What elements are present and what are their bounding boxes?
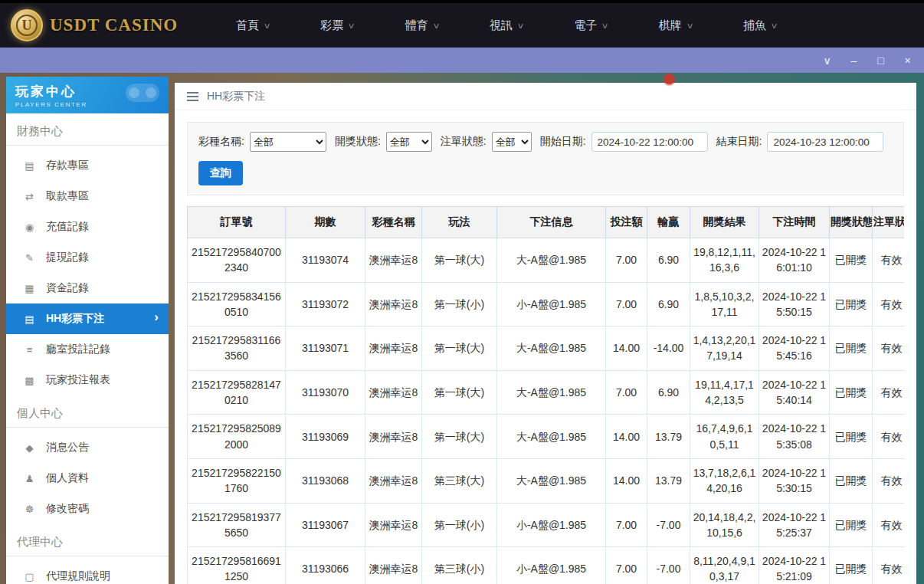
cell-bet-info: 大-A盤@1.985: [497, 415, 606, 459]
cell-lottery-name: 澳洲幸运8: [365, 415, 422, 459]
cell-win-loss: 6.90: [647, 238, 690, 283]
sidebar-item-label: 廳室投註記錄: [46, 343, 110, 356]
cell-order-status: 有效: [873, 370, 905, 415]
cell-bet-amount: 7.00: [606, 370, 647, 415]
chevron-down-icon: ∨: [264, 21, 271, 30]
cell-bet-amount: 7.00: [606, 503, 647, 547]
sidebar-item[interactable]: ☸修改密碼: [6, 494, 169, 524]
filter-fields: 彩種名稱: 全部 開獎狀態: 全部 注單狀態: 全部 開始日期: 結束日期:: [198, 132, 893, 152]
order-status-select-label: 注單狀態:: [441, 135, 487, 149]
sidebar-item[interactable]: ▦資金記錄: [6, 273, 169, 303]
close-icon[interactable]: ×: [897, 51, 918, 69]
main-panel: HH彩票下注 彩種名稱: 全部 開獎狀態: 全部 注單狀態: 全部: [175, 83, 916, 584]
start-date-input[interactable]: [591, 132, 708, 152]
lottery-select[interactable]: 全部: [250, 132, 326, 152]
nav-item[interactable]: 首頁∨: [211, 3, 295, 48]
cell-bet-amount: 14.00: [606, 458, 647, 503]
main-nav: 首頁∨彩票∨體育∨視訊∨電子∨棋牌∨捕魚∨: [211, 3, 913, 48]
sidebar-item-label: HH彩票下注: [46, 312, 104, 326]
cell-play-type: 第一球(大): [422, 415, 497, 459]
brand-logo[interactable]: U USDT CASINO: [11, 9, 191, 41]
table-row: 215217295831166356031193071澳洲幸运8第一球(大)大-…: [188, 326, 905, 371]
cell-order-no: 2152172958341560510: [188, 282, 286, 326]
sidebar-item[interactable]: ◉充值記錄: [6, 212, 169, 242]
cell-order-status: 有效: [873, 282, 905, 326]
nav-item[interactable]: 視訊∨: [464, 3, 549, 48]
cell-order-status: 有效: [873, 458, 905, 503]
nav-item-label: 視訊: [490, 18, 513, 33]
sidebar-item[interactable]: ▤存款專區: [6, 150, 169, 181]
minimize-icon[interactable]: –: [844, 51, 864, 69]
breadcrumb-label: HH彩票下注: [207, 90, 265, 103]
col-play-type: 玩法: [422, 207, 497, 238]
nav-item[interactable]: 彩票∨: [295, 3, 379, 48]
user-icon: ♟: [23, 473, 36, 484]
player-report-icon: ▩: [23, 375, 36, 386]
sidebar-item-label: 消息公告: [46, 441, 89, 454]
cell-win-loss: 6.90: [647, 370, 690, 415]
maximize-icon[interactable]: □: [870, 51, 891, 69]
sidebar-item[interactable]: ⇄取款專區: [6, 181, 169, 212]
col-bet-info: 下注信息: [497, 207, 606, 238]
nav-item[interactable]: 電子∨: [549, 3, 633, 48]
col-lottery-name: 彩種名稱: [365, 207, 422, 238]
sidebar-item[interactable]: ✎提現記錄: [6, 242, 169, 273]
window-titlebar[interactable]: ∨–□×: [0, 48, 924, 73]
cell-bet-amount: 7.00: [606, 238, 647, 283]
chevron-down-icon: ∨: [348, 21, 356, 30]
sidebar-subtitle: PLAYERS CENTER: [15, 101, 159, 108]
chevron-down-icon: ∨: [601, 21, 609, 30]
cell-period: 31193071: [286, 326, 365, 371]
nav-item-label: 捕魚: [743, 18, 766, 33]
sidebar-item-label: 修改密碼: [46, 502, 89, 516]
cell-bet-info: 大-A盤@1.985: [497, 326, 606, 371]
coin-logo-icon: U: [11, 9, 43, 41]
cell-bet-amount: 7.00: [606, 547, 647, 584]
nav-item[interactable]: 捕魚∨: [718, 3, 802, 48]
order-status-select[interactable]: 全部: [492, 132, 532, 152]
cell-order-no: 2152172958193775650: [188, 503, 286, 547]
cell-period: 31193067: [286, 503, 365, 547]
cell-win-loss: 13.79: [647, 415, 690, 459]
cell-lottery-name: 澳洲幸运8: [365, 547, 422, 584]
sidebar-item-label: 玩家投注報表: [46, 373, 110, 387]
sidebar-item[interactable]: ≡廳室投註記錄: [6, 334, 169, 365]
cell-bet-time: 2024-10-22 15:50:15: [759, 282, 830, 326]
sidebar-item[interactable]: ▢代理規則說明: [6, 561, 169, 584]
sidebar-item-label: 充值記錄: [46, 220, 89, 234]
bell-icon: ◆: [23, 442, 36, 454]
col-draw-result: 開獎結果: [690, 207, 759, 238]
sidebar-item-label: 存款專區: [46, 159, 89, 172]
chevron-down-icon: ∨: [686, 21, 693, 30]
sidebar-item[interactable]: ◆消息公告: [6, 432, 169, 463]
filter-actions: 查詢: [198, 161, 893, 185]
end-date-input[interactable]: [767, 132, 883, 152]
nav-item-label: 首頁: [236, 18, 259, 33]
cell-bet-amount: 14.00: [606, 326, 647, 371]
sidebar-item[interactable]: ▩玩家投注報表: [6, 365, 169, 395]
cell-order-no: 2152172958250892000: [188, 415, 286, 459]
cell-order-status: 有效: [873, 503, 905, 547]
cell-win-loss: -7.00: [647, 547, 690, 584]
cell-bet-info: 大-A盤@1.985: [497, 370, 606, 415]
sidebar-header: 玩家中心 PLAYERS CENTER: [6, 77, 169, 113]
sidebar-item[interactable]: ▤HH彩票下注›: [6, 303, 169, 334]
room-bet-record-icon: ≡: [23, 344, 36, 356]
draw-status-select[interactable]: 全部: [386, 132, 432, 152]
cell-lottery-name: 澳洲幸运8: [365, 503, 422, 547]
menu-toggle-icon[interactable]: [187, 92, 198, 101]
sidebar: 玩家中心 PLAYERS CENTER 財務中心▤存款專區⇄取款專區◉充值記錄✎…: [6, 77, 169, 584]
search-button[interactable]: 查詢: [198, 161, 243, 185]
cell-bet-info: 小-A盤@1.985: [497, 503, 606, 547]
sidebar-item-label: 個人資料: [46, 471, 89, 485]
chevron-down-icon: ∨: [517, 21, 525, 30]
cell-draw-status: 已開獎: [830, 503, 873, 547]
sidebar-item[interactable]: ♟個人資料: [6, 463, 169, 494]
chevron-down-icon[interactable]: ∨: [817, 51, 837, 69]
nav-item[interactable]: 體育∨: [380, 3, 464, 48]
cell-bet-time: 2024-10-22 15:45:16: [759, 326, 830, 371]
cell-period: 31193066: [286, 547, 365, 584]
filter-panel: 彩種名稱: 全部 開獎狀態: 全部 注單狀態: 全部 開始日期: 結束日期:: [187, 122, 904, 195]
cell-play-type: 第三球(小): [422, 547, 497, 584]
nav-item[interactable]: 棋牌∨: [634, 3, 718, 48]
